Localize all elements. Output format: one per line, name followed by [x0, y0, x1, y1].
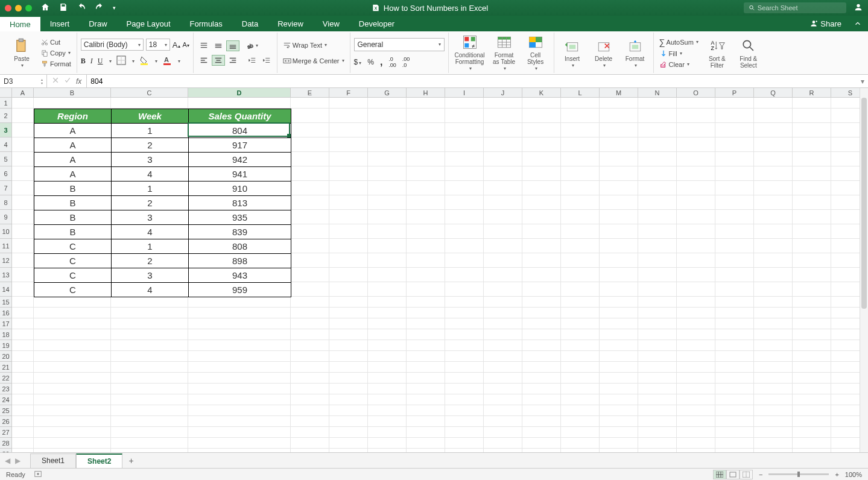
copy-button[interactable]: Copy▾: [39, 48, 73, 58]
fill-button[interactable]: Fill▾: [657, 49, 700, 58]
table-row[interactable]: B1910: [34, 182, 291, 196]
zoom-out-icon[interactable]: −: [759, 471, 762, 478]
column-header-H[interactable]: H: [407, 88, 445, 97]
page-layout-view-icon[interactable]: [726, 470, 740, 479]
cancel-formula-icon[interactable]: [52, 77, 59, 86]
macro-record-icon[interactable]: [34, 470, 42, 479]
table-row[interactable]: A3942: [34, 153, 291, 167]
number-format-select[interactable]: General▾: [354, 38, 445, 51]
page-break-view-icon[interactable]: [740, 470, 753, 479]
table-row[interactable]: C4959: [34, 283, 291, 297]
row-header-6[interactable]: 6: [0, 166, 11, 181]
tab-insert[interactable]: Insert: [40, 16, 80, 31]
column-header-J[interactable]: J: [484, 88, 522, 97]
column-header-B[interactable]: B: [34, 88, 111, 97]
sheet-tab-sheet2[interactable]: Sheet2: [76, 453, 122, 468]
row-header-8[interactable]: 8: [0, 195, 11, 210]
align-top-icon[interactable]: [197, 40, 211, 51]
column-header-P[interactable]: P: [715, 88, 754, 97]
row-header-2[interactable]: 2: [0, 109, 11, 123]
align-middle-icon[interactable]: [212, 40, 225, 51]
table-row[interactable]: C1808: [34, 239, 291, 254]
row-header-10[interactable]: 10: [0, 224, 11, 239]
delete-cells-button[interactable]: Delete▾: [589, 36, 618, 70]
home-icon[interactable]: [40, 2, 50, 14]
format-as-table-button[interactable]: Format as Table▾: [490, 33, 519, 73]
row-header-16[interactable]: 16: [0, 308, 11, 318]
row-header-22[interactable]: 22: [0, 373, 11, 384]
vertical-scrollbar[interactable]: [860, 88, 868, 452]
conditional-formatting-button[interactable]: ≠Conditional Formatting▾: [452, 33, 487, 73]
undo-icon[interactable]: [77, 2, 86, 14]
tab-home[interactable]: Home: [0, 16, 40, 31]
select-all-corner[interactable]: [0, 88, 12, 98]
table-row[interactable]: B4839: [34, 225, 291, 239]
align-bottom-icon[interactable]: [226, 40, 239, 51]
redo-icon[interactable]: [95, 2, 104, 14]
bold-button[interactable]: B: [81, 57, 86, 66]
wrap-text-button[interactable]: Wrap Text▾: [281, 40, 346, 50]
font-size-select[interactable]: 18▾: [146, 39, 170, 51]
tab-data[interactable]: Data: [232, 16, 268, 31]
spreadsheet-grid[interactable]: ABCDEFGHIJKLMNOPQRS 12345678910111213141…: [0, 88, 868, 452]
font-name-select[interactable]: Calibri (Body)▾: [81, 39, 144, 51]
data-table[interactable]: RegionWeekSales QuantityA1804A2917A3942A…: [34, 109, 291, 297]
find-select-button[interactable]: Find & Select: [734, 36, 763, 70]
row-header-12[interactable]: 12: [0, 253, 11, 268]
save-icon[interactable]: [59, 2, 68, 14]
row-header-1[interactable]: 1: [0, 98, 11, 109]
expand-formula-bar-icon[interactable]: ▾: [857, 77, 868, 86]
column-header-O[interactable]: O: [677, 88, 715, 97]
increase-font-icon[interactable]: A▴: [173, 40, 180, 49]
name-box[interactable]: D3 ▴▾: [0, 75, 47, 87]
tab-developer[interactable]: Developer: [349, 16, 404, 31]
table-row[interactable]: C2898: [34, 254, 291, 268]
column-header-M[interactable]: M: [600, 88, 638, 97]
share-button[interactable]: Share: [803, 16, 847, 31]
row-header-3[interactable]: 3: [0, 123, 11, 137]
format-painter-button[interactable]: Format: [39, 59, 73, 69]
row-header-18[interactable]: 18: [0, 329, 11, 340]
column-header-G[interactable]: G: [368, 88, 407, 97]
search-sheet[interactable]: [744, 2, 846, 13]
table-row[interactable]: A4941: [34, 167, 291, 182]
table-row[interactable]: A2917: [34, 138, 291, 153]
column-header-R[interactable]: R: [793, 88, 831, 97]
row-header-19[interactable]: 19: [0, 340, 11, 351]
collapse-ribbon-icon[interactable]: [847, 16, 868, 31]
comma-icon[interactable]: ,: [380, 57, 382, 68]
row-header-11[interactable]: 11: [0, 239, 11, 253]
fx-icon[interactable]: fx: [76, 77, 81, 86]
tab-view[interactable]: View: [313, 16, 349, 31]
format-cells-button[interactable]: Format▾: [621, 36, 650, 70]
align-right-icon[interactable]: [226, 55, 239, 66]
table-row[interactable]: A1804: [34, 124, 291, 138]
row-header-20[interactable]: 20: [0, 351, 11, 362]
tab-review[interactable]: Review: [268, 16, 313, 31]
formula-input[interactable]: [87, 77, 857, 86]
row-header-21[interactable]: 21: [0, 362, 11, 373]
row-header-26[interactable]: 26: [0, 416, 11, 427]
orientation-icon[interactable]: ab▾: [246, 40, 259, 51]
row-header-9[interactable]: 9: [0, 210, 11, 224]
cut-button[interactable]: Cut: [39, 37, 73, 47]
column-header-Q[interactable]: Q: [754, 88, 793, 97]
row-header-23[interactable]: 23: [0, 384, 11, 394]
row-header-28[interactable]: 28: [0, 438, 11, 449]
merge-center-button[interactable]: Merge & Center▾: [281, 56, 346, 66]
next-sheet-icon[interactable]: ▶: [15, 456, 21, 465]
decrease-font-icon[interactable]: A▾: [183, 41, 189, 48]
increase-decimal-icon[interactable]: .0.00: [388, 56, 396, 68]
increase-indent-icon[interactable]: [260, 55, 273, 66]
column-header-A[interactable]: A: [12, 88, 34, 97]
tab-page-layout[interactable]: Page Layout: [117, 16, 180, 31]
row-header-17[interactable]: 17: [0, 318, 11, 329]
zoom-in-icon[interactable]: +: [835, 471, 838, 478]
search-input[interactable]: [758, 4, 841, 11]
column-header-F[interactable]: F: [329, 88, 368, 97]
fill-color-button[interactable]: [139, 55, 149, 67]
tab-formulas[interactable]: Formulas: [180, 16, 232, 31]
autosum-button[interactable]: ∑AutoSum▾: [657, 37, 700, 48]
percent-icon[interactable]: %: [367, 58, 374, 66]
zoom-value[interactable]: 100%: [845, 471, 862, 478]
